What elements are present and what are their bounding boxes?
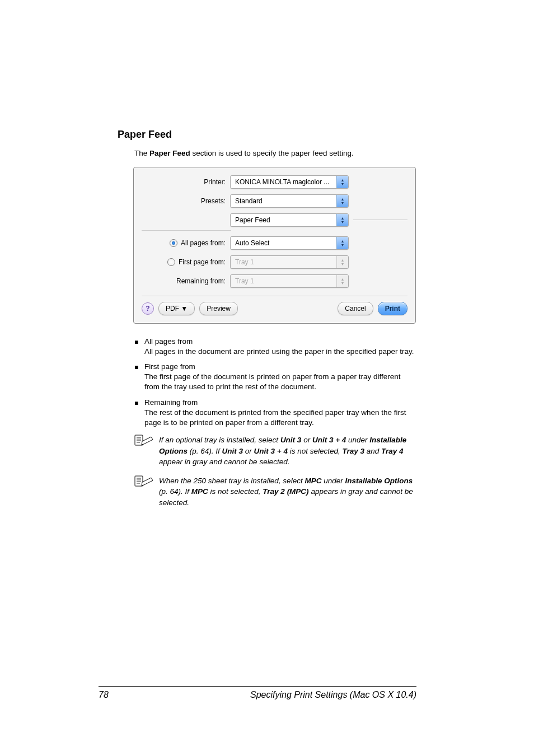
intro-pre: The — [134, 149, 149, 157]
t: and — [364, 447, 381, 455]
all-pages-radio[interactable] — [170, 239, 177, 247]
printer-value: KONICA MINOLTA magicolor ... — [231, 178, 336, 186]
t: Unit 3 — [280, 436, 302, 444]
section-combo[interactable]: Paper Feed ▲▼ — [230, 213, 349, 227]
t: (p. 64). If — [159, 487, 191, 496]
t: Unit 3 + 4 — [254, 447, 288, 455]
t: is not selected, — [288, 447, 343, 455]
t: If an optional tray is installed, select — [159, 436, 280, 444]
t: Unit 3 + 4 — [312, 436, 346, 444]
presets-label: Presets: — [142, 197, 230, 205]
bullet-body: All pages in the document are printed us… — [144, 347, 414, 357]
note: If an optional tray is installed, select… — [134, 435, 416, 468]
bullet-title: First page from — [144, 362, 416, 371]
note: When the 250 sheet tray is installed, se… — [134, 475, 416, 508]
page-footer: 78 Specifying Print Settings (Mac OS X 1… — [0, 686, 534, 700]
section-value: Paper Feed — [231, 216, 336, 224]
preview-button[interactable]: Preview — [199, 302, 238, 315]
print-dialog: Printer: KONICA MINOLTA magicolor ... ▲▼… — [133, 167, 416, 324]
divider — [142, 230, 231, 231]
footer-rule — [99, 686, 416, 687]
t: (p. 64). If — [188, 447, 222, 455]
bullet-body: The first page of the document is printe… — [144, 372, 416, 392]
first-page-combo: Tray 1 ▲▼ — [230, 255, 349, 269]
t: under — [346, 436, 369, 444]
help-button[interactable]: ? — [142, 302, 154, 315]
list-item: ■ All pages from All pages in the docume… — [134, 337, 416, 357]
intro-bold: Paper Feed — [149, 149, 190, 157]
bullet-list: ■ All pages from All pages in the docume… — [134, 337, 416, 428]
pdf-button[interactable]: PDF ▼ — [158, 302, 195, 315]
t: Tray 3 — [343, 447, 365, 455]
t: or — [301, 436, 312, 444]
t: MPC — [305, 477, 321, 485]
presets-value: Standard — [231, 197, 336, 205]
divider — [353, 220, 407, 220]
presets-combo[interactable]: Standard ▲▼ — [230, 194, 349, 208]
note-text: When the 250 sheet tray is installed, se… — [159, 475, 416, 508]
divider — [142, 296, 407, 296]
t: MPC — [191, 487, 208, 496]
updown-icon: ▲▼ — [336, 176, 348, 188]
updown-icon: ▲▼ — [336, 195, 348, 207]
t: appear in gray and cannot be selected. — [159, 458, 289, 466]
updown-icon: ▲▼ — [336, 237, 348, 249]
remaining-label: Remaining from: — [142, 277, 230, 285]
printer-label: Printer: — [142, 178, 230, 186]
page-number: 78 — [99, 690, 109, 700]
all-pages-combo[interactable]: Auto Select ▲▼ — [230, 236, 349, 250]
t: under — [321, 477, 345, 485]
footer-title: Specifying Print Settings (Mac OS X 10.4… — [250, 690, 416, 700]
all-pages-value: Auto Select — [231, 239, 336, 247]
list-item: ■ First page from The first page of the … — [134, 362, 416, 392]
updown-icon: ▲▼ — [336, 256, 348, 268]
t: When the 250 sheet tray is installed, se… — [159, 477, 305, 485]
t: Unit 3 — [222, 447, 243, 455]
printer-combo[interactable]: KONICA MINOLTA magicolor ... ▲▼ — [230, 175, 349, 189]
intro-paragraph: The Paper Feed section is used to specif… — [134, 148, 416, 159]
t: Tray 2 (MPC) — [263, 487, 308, 496]
t: Installable Options — [345, 477, 413, 485]
all-pages-label: All pages from: — [181, 239, 226, 247]
bullet-title: Remaining from — [144, 398, 416, 407]
updown-icon: ▲▼ — [336, 214, 348, 226]
intro-post: section is used to specify the paper fee… — [190, 149, 354, 157]
note-text: If an optional tray is installed, select… — [159, 435, 416, 468]
t: or — [243, 447, 254, 455]
t: is not selected, — [208, 487, 263, 496]
first-page-radio[interactable] — [167, 258, 175, 266]
print-button[interactable]: Print — [378, 302, 407, 315]
first-page-label: First page from: — [179, 258, 226, 266]
bullet-body: The rest of the document is printed from… — [144, 408, 416, 428]
bullet-icon: ■ — [134, 337, 144, 357]
first-page-value: Tray 1 — [231, 258, 336, 266]
cancel-button[interactable]: Cancel — [338, 302, 373, 315]
list-item: ■ Remaining from The rest of the documen… — [134, 398, 416, 428]
note-icon — [134, 475, 159, 508]
bullet-icon: ■ — [134, 398, 144, 428]
bullet-title: All pages from — [144, 337, 414, 346]
remaining-combo: Tray 1 ▲▼ — [230, 274, 349, 288]
section-heading: Paper Feed — [118, 129, 416, 141]
note-icon — [134, 435, 159, 468]
bullet-icon: ■ — [134, 362, 144, 392]
t: Tray 4 — [381, 447, 404, 455]
remaining-value: Tray 1 — [231, 277, 336, 285]
updown-icon: ▲▼ — [336, 275, 348, 287]
